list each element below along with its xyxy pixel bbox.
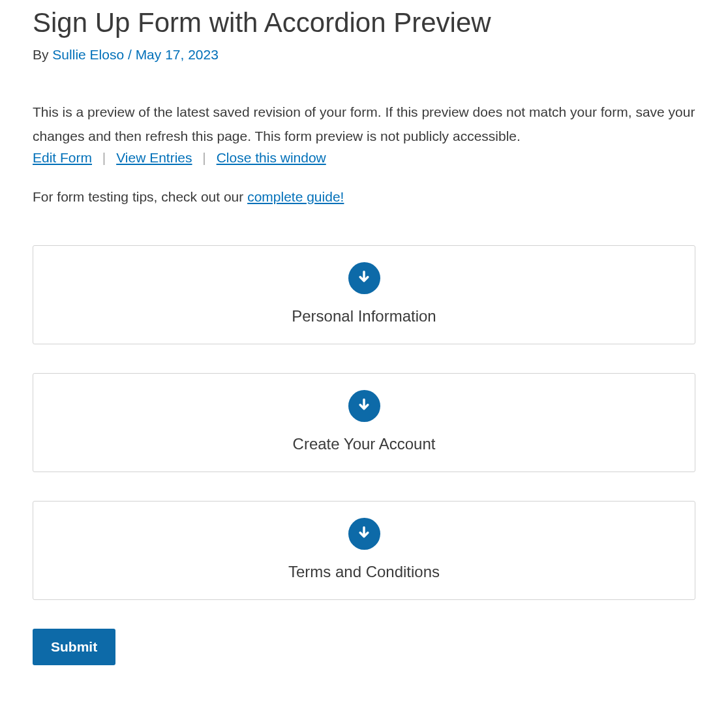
- tips-text: For form testing tips, check out our com…: [33, 189, 695, 205]
- arrow-down-icon: [348, 518, 380, 550]
- meta-separator: /: [128, 47, 132, 62]
- post-meta: By Sullie Eloso / May 17, 2023: [33, 47, 695, 63]
- by-label: By: [33, 47, 49, 62]
- intro-text: This is a preview of the latest saved re…: [33, 100, 695, 149]
- post-date: May 17, 2023: [136, 47, 219, 62]
- complete-guide-link[interactable]: complete guide!: [247, 189, 344, 204]
- link-separator: |: [202, 150, 205, 165]
- page-title: Sign Up Form with Accordion Preview: [33, 7, 695, 39]
- edit-form-link[interactable]: Edit Form: [33, 150, 92, 165]
- view-entries-link[interactable]: View Entries: [116, 150, 192, 165]
- arrow-down-icon: [348, 262, 380, 294]
- link-separator: |: [102, 150, 106, 165]
- arrow-down-icon: [348, 390, 380, 422]
- accordion-title: Create Your Account: [46, 435, 682, 453]
- author-name: Sullie Eloso: [52, 47, 124, 62]
- accordion-title: Terms and Conditions: [46, 563, 682, 581]
- close-window-link[interactable]: Close this window: [217, 150, 326, 165]
- accordion-terms-conditions[interactable]: Terms and Conditions: [33, 501, 695, 600]
- submit-button[interactable]: Submit: [33, 629, 115, 665]
- tips-prefix: For form testing tips, check out our: [33, 189, 247, 204]
- accordion-title: Personal Information: [46, 307, 682, 325]
- accordion-create-account[interactable]: Create Your Account: [33, 373, 695, 472]
- accordion-personal-information[interactable]: Personal Information: [33, 245, 695, 344]
- action-links: Edit Form | View Entries | Close this wi…: [33, 150, 695, 166]
